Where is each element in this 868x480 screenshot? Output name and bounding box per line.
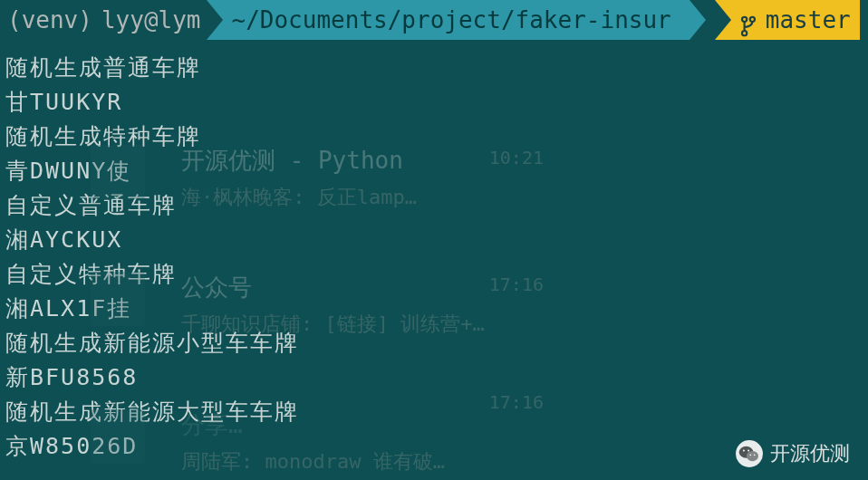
git-branch-icon	[740, 9, 757, 31]
watermark-label: 开源优测	[770, 440, 850, 467]
svg-point-1	[750, 17, 755, 22]
bg-chat-share: 分享…	[181, 409, 526, 441]
prompt-path: ~/Documents/project/faker-insur	[207, 0, 690, 40]
bg-avatar	[91, 272, 145, 326]
chevron-right-icon	[690, 0, 706, 40]
wechat-icon	[736, 440, 763, 467]
bg-avatar	[91, 409, 145, 464]
output-line: 随机生成普通车牌	[5, 51, 863, 85]
bg-avatar	[91, 145, 145, 199]
prompt-path-segment: ~/Documents/project/faker-insur	[207, 0, 706, 40]
bg-chat-subtitle: 千聊知识店铺: [链接] 训练营+…	[181, 311, 526, 338]
bg-chat-item: 公众号 千聊知识店铺: [链接] 训练营+… 17:16	[181, 272, 526, 338]
bg-chat-time: 17:16	[489, 391, 544, 413]
bg-chat-title: 开源优测 - Python	[181, 145, 526, 177]
bg-chat-title: 公众号	[181, 272, 526, 303]
output-line: 甘TUUKYR	[5, 85, 863, 120]
chevron-right-icon	[715, 0, 731, 40]
bg-chat-time: 17:16	[489, 274, 544, 295]
prompt-branch-segment: master	[715, 0, 860, 40]
output-line: 湘AYCKUX	[5, 223, 863, 257]
output-line: 新BFU8568	[5, 360, 863, 395]
svg-point-2	[742, 31, 747, 35]
prompt-venv: (venv)	[0, 0, 96, 40]
bg-chat-subtitle: 周陆军: monodraw 谁有破…	[181, 448, 526, 475]
terminal-output[interactable]: 随机生成普通车牌 甘TUUKYR 随机生成特种车牌 青DWUNY使 自定义普通车…	[0, 40, 868, 464]
bg-chat-item: 分享… 周陆军: monodraw 谁有破… 17:16	[181, 409, 526, 475]
svg-point-6	[747, 449, 749, 451]
bg-chat-time: 10:21	[489, 147, 544, 168]
svg-point-8	[754, 454, 756, 456]
prompt-branch: master	[715, 0, 860, 40]
prompt-branch-name: master	[766, 0, 851, 40]
bg-chat-item: 开源优测 - Python 海·枫林晚客: 反正lamp… 10:21	[181, 145, 526, 211]
svg-point-7	[749, 454, 751, 456]
watermark: 开源优测	[736, 440, 850, 467]
svg-point-0	[742, 17, 747, 22]
svg-point-4	[747, 451, 758, 461]
terminal-prompt: (venv) lyy@lym ~/Documents/project/faker…	[0, 0, 868, 40]
svg-point-5	[743, 449, 745, 451]
chevron-right-icon	[207, 0, 223, 40]
prompt-user: lyy@lym	[96, 0, 207, 40]
bg-chat-subtitle: 海·枫林晚客: 反正lamp…	[181, 184, 526, 211]
